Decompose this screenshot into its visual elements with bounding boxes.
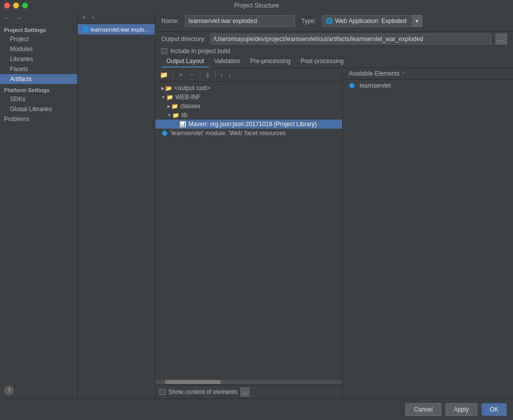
available-pane: Available Elements ? 🔷 learnservlet [343, 68, 513, 398]
detail-pane: Name: Type: 🌐 Web Application: Exploded … [155, 11, 513, 398]
name-input[interactable] [185, 15, 295, 27]
add-artifact-button[interactable]: + [81, 13, 88, 22]
tree-item-output-root[interactable]: ▶ 📂 <output root> [155, 84, 342, 93]
tree-label: classes [180, 103, 200, 110]
tab-post-processing[interactable]: Post-processing [296, 56, 349, 68]
tree-toolbar: 📁 ＋ － ⇓ ↑ ↓ [155, 68, 342, 82]
output-dir-input[interactable] [210, 34, 491, 45]
footer: Cancel Apply OK [0, 398, 513, 420]
tree-remove-button[interactable]: － [187, 70, 197, 80]
maven-icon: 📊 [179, 121, 186, 128]
apply-button[interactable]: Apply [445, 403, 477, 416]
sidebar-item-problems[interactable]: Problems [0, 114, 77, 124]
artifact-content: 📁 ＋ － ⇓ ↑ ↓ ▶ 📂 <outp [155, 68, 513, 398]
window-controls [4, 3, 28, 9]
type-icon: 🌐 [326, 18, 333, 25]
separator-3 [215, 71, 215, 78]
artifact-list-item[interactable]: 🌐 learnservlet:war explo... [78, 24, 155, 35]
remove-artifact-button[interactable]: − [90, 13, 97, 22]
tree-item-maven-json[interactable]: 📊 Maven: org.json:json:20171018 (Project… [155, 120, 342, 129]
sidebar: ← → Project Settings Project Modules Lib… [0, 11, 78, 398]
nav-forward-icon[interactable]: → [15, 14, 22, 22]
show-content-checkbox[interactable] [159, 389, 165, 395]
folder-icon: 📁 [172, 112, 179, 119]
output-dir-label: Output directory: [161, 36, 206, 43]
ok-button[interactable]: OK [481, 403, 507, 416]
bottom-bar: Show content of elements ... [155, 385, 342, 398]
expand-icon: ▼ [161, 95, 165, 100]
show-content-label: Show content of elements [168, 388, 237, 395]
name-label: Name: [161, 18, 179, 25]
project-settings-header: Project Settings [0, 25, 77, 34]
folder-icon: 📁 [171, 103, 178, 110]
cancel-button[interactable]: Cancel [405, 403, 441, 416]
tree-up-button[interactable]: ↑ [218, 71, 225, 79]
tab-validation[interactable]: Validation [209, 56, 245, 68]
sidebar-item-facets[interactable]: Facets [0, 64, 77, 74]
include-label: Include in project build [170, 48, 230, 55]
artifact-label: learnservlet:war explo... [91, 27, 149, 33]
close-button[interactable] [4, 3, 10, 9]
expand-icon: ▼ [167, 113, 171, 118]
separator-1 [172, 71, 173, 78]
available-content: 🔷 learnservlet [343, 80, 513, 398]
window-title: Project Structure [234, 2, 279, 9]
tree-label: <output root> [174, 85, 210, 92]
tree-scrollbar[interactable] [155, 379, 342, 385]
type-select-container: 🌐 Web Application: Exploded ▾ [322, 15, 422, 27]
browse-button[interactable]: ... [495, 34, 507, 45]
module-icon: 🔷 [349, 83, 356, 89]
sidebar-bottom: ? [0, 382, 77, 398]
sidebar-item-sdks[interactable]: SDKs [0, 94, 77, 104]
folder-icon: 📁 [166, 94, 173, 101]
include-checkbox[interactable] [161, 48, 167, 54]
type-value: Web Application: Exploded [335, 18, 407, 25]
maximize-button[interactable] [22, 3, 28, 9]
artifact-list-pane: + − 🌐 learnservlet:war explo... [78, 11, 155, 398]
sidebar-item-libraries[interactable]: Libraries [0, 54, 77, 64]
detail-header: Name: Type: 🌐 Web Application: Exploded … [155, 11, 513, 32]
tree-down-button[interactable]: ↓ [227, 71, 233, 79]
include-row: Include in project build [155, 47, 513, 56]
help-button[interactable]: ? [4, 385, 14, 395]
titlebar: Project Structure [0, 0, 513, 11]
expand-icon: ▶ [161, 86, 164, 91]
available-label: learnservlet [360, 82, 391, 89]
sidebar-item-artifacts[interactable]: Artifacts [0, 74, 77, 84]
tree-pane: 📁 ＋ － ⇓ ↑ ↓ ▶ 📂 <outp [155, 68, 343, 398]
tree-folder-button[interactable]: 📁 [158, 71, 169, 79]
type-dropdown-button[interactable]: ▾ [412, 15, 422, 27]
tree-item-classes[interactable]: ▶ 📁 classes [155, 102, 342, 111]
tree-label: Maven: org.json:json:20171018 (Project L… [188, 121, 317, 128]
available-item-learnservlet[interactable]: 🔷 learnservlet [343, 81, 513, 91]
tree-item-lib[interactable]: ▼ 📁 lib [155, 111, 342, 120]
tree-label: lib [181, 112, 187, 119]
sidebar-item-global-libraries[interactable]: Global Libraries [0, 104, 77, 114]
nav-back-icon[interactable]: ← [4, 14, 11, 22]
available-title: Available Elements [349, 70, 400, 77]
tree-content: ▶ 📂 <output root> ▼ 📁 WEB-INF ▶ 📁 [155, 82, 342, 379]
tab-pre-processing[interactable]: Pre-processing [245, 56, 296, 68]
main-container: ← → Project Settings Project Modules Lib… [0, 11, 513, 398]
separator-2 [200, 71, 200, 78]
scrollbar-track [155, 380, 342, 384]
expand-icon: ▶ [167, 104, 170, 109]
tree-label: WEB-INF [175, 94, 201, 101]
artifact-toolbar: + − [78, 11, 155, 24]
tree-add-button[interactable]: ＋ [176, 70, 185, 80]
minimize-button[interactable] [13, 3, 19, 9]
tree-sort-button[interactable]: ⇓ [203, 71, 212, 79]
scrollbar-thumb[interactable] [165, 380, 221, 384]
tree-item-web-inf[interactable]: ▼ 📁 WEB-INF [155, 93, 342, 102]
output-dir-row: Output directory: ... [155, 32, 513, 47]
tree-item-module-web[interactable]: 🔷 'learnservlet' module: 'Web' facet res… [155, 129, 342, 138]
module-icon: 🔷 [161, 130, 168, 137]
show-content-options-button[interactable]: ... [240, 387, 249, 396]
root-icon: 📂 [165, 85, 172, 92]
type-display[interactable]: 🌐 Web Application: Exploded [322, 15, 412, 27]
tab-output-layout[interactable]: Output Layout [161, 56, 209, 68]
sidebar-item-modules[interactable]: Modules [0, 44, 77, 54]
sidebar-item-project[interactable]: Project [0, 34, 77, 44]
artifact-list: 🌐 learnservlet:war explo... [78, 24, 155, 398]
tabs-row: Output Layout Validation Pre-processing … [155, 56, 513, 68]
